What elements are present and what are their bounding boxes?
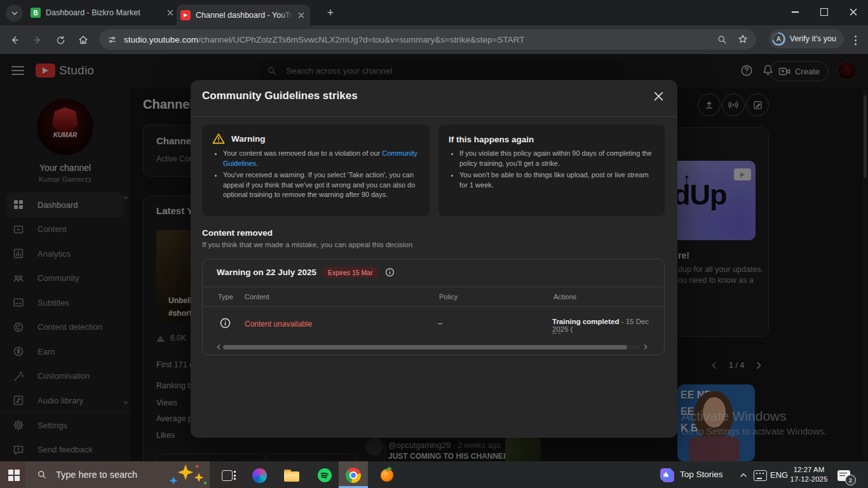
window-close-button[interactable] bbox=[839, 0, 868, 24]
window-maximize-button[interactable] bbox=[810, 0, 839, 24]
browser-titlebar: B Dashboard - Bizkro Market Channel dash… bbox=[0, 0, 868, 25]
tab-close-icon[interactable] bbox=[165, 8, 175, 18]
community-guidelines-modal: Community Guidelines strikes Warning You… bbox=[191, 80, 677, 438]
site-info-icon[interactable] bbox=[107, 34, 118, 45]
type-info-icon bbox=[219, 317, 231, 329]
if-this-happens-again-card: If this happens again If you violate thi… bbox=[438, 125, 665, 216]
warning-date-title: Warning on 22 July 2025 bbox=[217, 268, 316, 277]
home-button[interactable] bbox=[75, 32, 92, 48]
scroll-right-icon[interactable] bbox=[642, 344, 649, 350]
news-widget-label[interactable]: Top Stories bbox=[680, 470, 723, 479]
task-view-button[interactable] bbox=[221, 468, 236, 483]
language-indicator[interactable]: ENG bbox=[770, 470, 788, 480]
start-button[interactable] bbox=[6, 468, 22, 483]
warning-triangle-icon bbox=[212, 133, 225, 144]
copilot-button[interactable] bbox=[252, 468, 267, 483]
table-horizontal-scrollbar[interactable] bbox=[223, 345, 640, 349]
search-icon bbox=[37, 470, 47, 480]
new-tab-button[interactable]: + bbox=[323, 5, 338, 20]
taskbar-clock[interactable]: 12:27 AM 17-12-2025 bbox=[787, 465, 831, 484]
close-icon bbox=[653, 91, 664, 102]
bizkro-favicon-icon: B bbox=[31, 8, 41, 18]
tab-close-icon[interactable] bbox=[296, 10, 306, 20]
url-bar[interactable]: studio.youtube.com/channel/UCPhZolzZTs6m… bbox=[99, 29, 756, 50]
screen: B Dashboard - Bizkro Market Channel dash… bbox=[0, 0, 868, 488]
taskbar-search-input[interactable] bbox=[55, 469, 153, 480]
scroll-left-icon[interactable] bbox=[215, 344, 222, 350]
window-minimize-button[interactable] bbox=[780, 0, 810, 24]
search-icon[interactable] bbox=[717, 34, 728, 45]
forward-button[interactable] bbox=[29, 32, 46, 48]
expires-badge: Expires 15 Mar bbox=[323, 267, 378, 278]
browser-tab-bizkro[interactable]: B Dashboard - Bizkro Market bbox=[27, 0, 179, 25]
profile-avatar: A bbox=[772, 32, 785, 46]
content-removed-subtitle: If you think that we made a mistake, you… bbox=[202, 241, 412, 248]
browser-toolbar: studio.youtube.com/channel/UCPhZolzZTs6m… bbox=[0, 25, 868, 54]
modal-close-button[interactable] bbox=[651, 88, 666, 104]
tab-search-button[interactable] bbox=[6, 4, 23, 22]
tab-title: Channel dashboard - YouTube S bbox=[196, 11, 291, 20]
news-widget-icon[interactable] bbox=[660, 468, 675, 483]
tray-expand-chevron-icon[interactable] bbox=[736, 468, 751, 483]
fl-studio-button[interactable] bbox=[379, 468, 395, 483]
back-button[interactable] bbox=[6, 32, 23, 48]
reload-button[interactable] bbox=[52, 32, 69, 48]
chevron-down-icon bbox=[10, 9, 19, 18]
browser-menu-button[interactable] bbox=[848, 32, 863, 48]
touch-keyboard-icon[interactable] bbox=[752, 468, 768, 483]
bookmark-star-icon[interactable] bbox=[737, 34, 749, 45]
file-explorer-button[interactable] bbox=[284, 468, 299, 483]
content-unavailable-link[interactable]: Content unavailable bbox=[245, 320, 312, 329]
youtube-favicon-icon bbox=[180, 10, 191, 20]
verify-profile-chip[interactable]: A Verify it's you bbox=[769, 29, 844, 48]
notifications-button[interactable]: 2 bbox=[836, 468, 851, 483]
strike-details-card: Warning on 22 July 2025 Expires 15 Mar T… bbox=[202, 259, 665, 355]
taskbar-search[interactable] bbox=[25, 461, 210, 488]
youtube-studio-page: Studio Create KUMAR bbox=[0, 54, 868, 461]
tab-title: Dashboard - Bizkro Market bbox=[46, 8, 160, 17]
modal-title: Community Guidelines strikes bbox=[202, 90, 358, 102]
warning-card: Warning Your content was removed due to … bbox=[202, 125, 430, 216]
thumbs-up-icon bbox=[662, 470, 670, 478]
search-sparkles-icon bbox=[164, 463, 208, 487]
browser-tab-youtube[interactable]: Channel dashboard - YouTube S bbox=[177, 4, 310, 25]
info-icon[interactable] bbox=[384, 267, 395, 278]
url-text: studio.youtube.com/channel/UCPhZolzZTs6m… bbox=[124, 35, 525, 44]
windows-taskbar: Top Stories ENG 12:27 AM 17-12-2025 2 bbox=[0, 461, 868, 488]
chrome-button[interactable] bbox=[346, 468, 361, 483]
content-removed-heading: Content removed bbox=[202, 228, 273, 238]
notification-count-badge: 2 bbox=[845, 475, 856, 485]
spotify-button[interactable] bbox=[317, 468, 332, 483]
scrollbar-thumb[interactable] bbox=[223, 345, 627, 349]
